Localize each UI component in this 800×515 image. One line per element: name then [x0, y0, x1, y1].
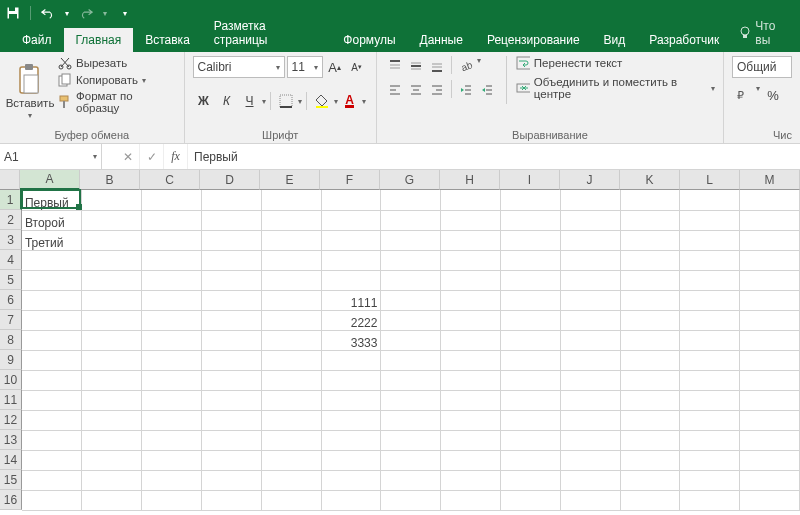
paste-button[interactable]: Вставить ▾ — [8, 56, 52, 127]
cell[interactable] — [261, 250, 321, 270]
cell[interactable] — [680, 470, 740, 490]
cell[interactable] — [560, 230, 620, 250]
copy-button[interactable]: Копировать ▾ — [58, 73, 176, 87]
font-size-selector[interactable]: 11 ▾ — [287, 56, 323, 78]
cell[interactable] — [142, 470, 202, 490]
row-header[interactable]: 3 — [0, 230, 22, 250]
tab-data[interactable]: Данные — [408, 28, 475, 52]
align-left-icon[interactable] — [385, 80, 405, 100]
cell[interactable] — [82, 210, 142, 230]
cell[interactable] — [261, 230, 321, 250]
cell[interactable] — [560, 190, 620, 210]
cell[interactable] — [620, 490, 680, 510]
save-icon[interactable] — [6, 6, 20, 20]
cell[interactable] — [201, 250, 261, 270]
cell[interactable] — [261, 210, 321, 230]
column-header[interactable]: G — [380, 170, 440, 190]
orientation-icon[interactable]: ab — [456, 56, 476, 76]
cell[interactable] — [620, 250, 680, 270]
cell[interactable] — [740, 410, 800, 430]
cell[interactable] — [321, 270, 381, 290]
cell[interactable] — [201, 370, 261, 390]
cell[interactable] — [620, 270, 680, 290]
name-box[interactable]: A1 ▾ — [0, 144, 102, 169]
column-header[interactable]: L — [680, 170, 740, 190]
align-top-icon[interactable] — [385, 56, 405, 76]
row-header[interactable]: 5 — [0, 270, 22, 290]
cell[interactable] — [261, 470, 321, 490]
select-all-corner[interactable] — [0, 170, 20, 190]
cell[interactable] — [560, 270, 620, 290]
cell[interactable] — [740, 490, 800, 510]
cell[interactable] — [620, 210, 680, 230]
row-header[interactable]: 10 — [0, 370, 22, 390]
formula-input[interactable]: Первый — [188, 144, 800, 169]
cell[interactable] — [680, 310, 740, 330]
cell[interactable] — [201, 390, 261, 410]
cell[interactable] — [620, 430, 680, 450]
cell[interactable] — [82, 450, 142, 470]
cell[interactable] — [740, 230, 800, 250]
decrease-indent-icon[interactable] — [456, 80, 476, 100]
cell[interactable] — [560, 410, 620, 430]
cell[interactable] — [321, 190, 381, 210]
font-color-icon[interactable]: A — [339, 90, 361, 112]
cell[interactable] — [381, 230, 441, 250]
cell[interactable] — [381, 350, 441, 370]
cell[interactable] — [381, 330, 441, 350]
cell[interactable] — [82, 490, 142, 510]
cell[interactable] — [441, 190, 501, 210]
cell[interactable] — [500, 310, 560, 330]
tab-view[interactable]: Вид — [592, 28, 638, 52]
tab-file[interactable]: Файл — [10, 28, 64, 52]
cell[interactable] — [680, 350, 740, 370]
cell[interactable] — [740, 250, 800, 270]
cell[interactable] — [680, 410, 740, 430]
cell[interactable] — [500, 350, 560, 370]
underline-button[interactable]: Ч — [239, 90, 261, 112]
cell[interactable] — [441, 310, 501, 330]
cell[interactable] — [381, 310, 441, 330]
cell[interactable] — [560, 310, 620, 330]
row-header[interactable]: 14 — [0, 450, 22, 470]
cell[interactable] — [142, 450, 202, 470]
tab-insert[interactable]: Вставка — [133, 28, 202, 52]
cell[interactable] — [381, 430, 441, 450]
undo-icon[interactable] — [41, 6, 55, 20]
cell[interactable] — [321, 430, 381, 450]
cell[interactable] — [22, 270, 82, 290]
cell[interactable] — [680, 250, 740, 270]
customize-qat-icon[interactable]: ▾ — [123, 9, 127, 18]
cell[interactable] — [201, 410, 261, 430]
cell[interactable] — [560, 290, 620, 310]
cell[interactable] — [261, 270, 321, 290]
cell[interactable] — [22, 290, 82, 310]
cell[interactable] — [740, 350, 800, 370]
cell[interactable] — [201, 290, 261, 310]
cell[interactable] — [500, 290, 560, 310]
cell[interactable] — [142, 390, 202, 410]
cell[interactable] — [620, 350, 680, 370]
row-header[interactable]: 8 — [0, 330, 22, 350]
align-middle-icon[interactable] — [406, 56, 426, 76]
cell[interactable] — [680, 370, 740, 390]
cell[interactable] — [261, 330, 321, 350]
cell[interactable] — [321, 450, 381, 470]
cell[interactable] — [500, 390, 560, 410]
cell[interactable] — [201, 310, 261, 330]
cell[interactable] — [261, 430, 321, 450]
cell[interactable] — [82, 470, 142, 490]
cell[interactable] — [321, 390, 381, 410]
cell[interactable] — [22, 330, 82, 350]
wrap-text-button[interactable]: Перенести текст — [516, 56, 715, 70]
cell[interactable] — [620, 290, 680, 310]
number-format-selector[interactable]: Общий — [732, 56, 792, 78]
cell[interactable] — [381, 490, 441, 510]
cell[interactable] — [560, 370, 620, 390]
cell[interactable] — [680, 430, 740, 450]
row-header[interactable]: 11 — [0, 390, 22, 410]
enter-icon[interactable]: ✓ — [140, 144, 164, 169]
tab-formulas[interactable]: Формулы — [331, 28, 407, 52]
tell-me-search[interactable]: Что вы — [731, 14, 800, 52]
row-header[interactable]: 13 — [0, 430, 22, 450]
